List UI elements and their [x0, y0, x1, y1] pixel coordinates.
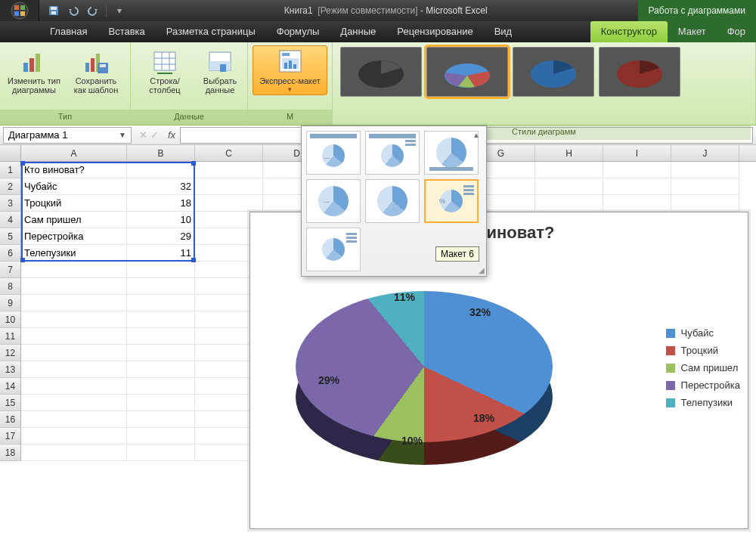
column-header-J[interactable]: J: [671, 145, 739, 161]
tab-Формулы[interactable]: Формулы: [266, 21, 330, 42]
gallery-resize-grip[interactable]: ◢: [479, 266, 485, 274]
switch-row-column-button[interactable]: Строка/столбец: [135, 45, 194, 97]
cell-A2[interactable]: Чубайс: [21, 178, 127, 195]
cell-A16[interactable]: [21, 411, 127, 428]
tab-Вид[interactable]: Вид: [484, 21, 523, 42]
cell-B6[interactable]: 11: [127, 245, 195, 262]
legend-item-4[interactable]: Телепузики: [666, 397, 740, 408]
cell-B8[interactable]: [127, 278, 195, 295]
column-header-B[interactable]: B: [127, 145, 195, 161]
tab-Разметка страницы[interactable]: Разметка страницы: [156, 21, 266, 42]
cell-B3[interactable]: 18: [127, 195, 195, 212]
tab-Фор[interactable]: Фор: [717, 21, 756, 42]
redo-icon[interactable]: [86, 4, 100, 17]
cell-A7[interactable]: [21, 262, 127, 278]
chevron-down-icon[interactable]: ▼: [119, 128, 126, 143]
layout-option-1[interactable]: —: [306, 131, 361, 175]
cell-B7[interactable]: [127, 262, 195, 278]
column-header-I[interactable]: I: [603, 145, 671, 161]
cell-J2[interactable]: [671, 178, 739, 195]
row-header-11[interactable]: 11: [0, 328, 21, 345]
chart-style-3[interactable]: [513, 47, 594, 97]
cell-B16[interactable]: [127, 411, 195, 428]
cell-A18[interactable]: [21, 444, 127, 461]
row-header-16[interactable]: 16: [0, 411, 21, 428]
row-header-15[interactable]: 15: [0, 395, 21, 411]
row-header-1[interactable]: 1: [0, 162, 21, 178]
enter-formula-icon[interactable]: ✓: [150, 129, 159, 141]
cell-J1[interactable]: [671, 162, 739, 178]
cell-A17[interactable]: [21, 428, 127, 444]
layout-option-3[interactable]: [424, 131, 479, 175]
cell-J3[interactable]: [671, 195, 739, 212]
legend-item-2[interactable]: Сам пришел: [666, 362, 740, 373]
tab-Рецензирование[interactable]: Рецензирование: [386, 21, 483, 42]
cell-B4[interactable]: 10: [127, 212, 195, 228]
row-header-4[interactable]: 4: [0, 212, 21, 228]
row-header-10[interactable]: 10: [0, 311, 21, 328]
cell-A9[interactable]: [21, 295, 127, 311]
row-header-12[interactable]: 12: [0, 345, 21, 361]
cell-A8[interactable]: [21, 278, 127, 295]
tab-Конструктор[interactable]: Конструктор: [590, 21, 668, 42]
cell-A11[interactable]: [21, 328, 127, 345]
cell-B18[interactable]: [127, 444, 195, 461]
cell-A3[interactable]: Троцкий: [21, 195, 127, 212]
change-chart-type-button[interactable]: Изменить тип диаграммы: [5, 45, 64, 97]
select-data-button[interactable]: Выбрать данные: [197, 45, 243, 97]
quick-layout-button[interactable]: Экспресс-макет ▾: [253, 45, 327, 95]
column-header-H[interactable]: H: [535, 145, 603, 161]
row-header-2[interactable]: 2: [0, 178, 21, 195]
name-box[interactable]: Диаграмма 1 ▼: [3, 127, 132, 144]
cell-B17[interactable]: [127, 428, 195, 444]
row-header-17[interactable]: 17: [0, 428, 21, 444]
row-header-8[interactable]: 8: [0, 278, 21, 295]
cell-A14[interactable]: [21, 378, 127, 395]
cell-A4[interactable]: Сам пришел: [21, 212, 127, 228]
cell-I2[interactable]: [603, 178, 671, 195]
layout-option-4[interactable]: —: [306, 179, 361, 223]
qat-customize-icon[interactable]: ▾: [113, 4, 126, 17]
gallery-scrollbar[interactable]: ▲▼: [472, 131, 485, 261]
cell-B15[interactable]: [127, 395, 195, 411]
cell-B10[interactable]: [127, 311, 195, 328]
tab-Главная[interactable]: Главная: [39, 21, 98, 42]
legend-item-3[interactable]: Перестройка: [666, 379, 740, 391]
cell-B14[interactable]: [127, 378, 195, 395]
chart-style-1[interactable]: [340, 47, 422, 97]
cell-A10[interactable]: [21, 311, 127, 328]
chart-style-4[interactable]: [599, 47, 680, 97]
layout-option-2[interactable]: [365, 131, 420, 175]
undo-icon[interactable]: [67, 4, 80, 17]
cell-I1[interactable]: [603, 162, 671, 178]
row-header-3[interactable]: 3: [0, 195, 21, 212]
cell-A5[interactable]: Перестройка: [21, 228, 127, 245]
cell-A15[interactable]: [21, 395, 127, 411]
cell-B13[interactable]: [127, 361, 195, 378]
layout-option-5[interactable]: [365, 179, 420, 223]
save-icon[interactable]: [47, 4, 60, 17]
cell-I3[interactable]: [603, 195, 671, 212]
fx-icon[interactable]: fx: [163, 129, 180, 141]
row-header-5[interactable]: 5: [0, 228, 21, 245]
cell-B5[interactable]: 29: [127, 228, 195, 245]
legend-item-1[interactable]: Троцкий: [666, 345, 740, 356]
row-header-18[interactable]: 18: [0, 444, 21, 461]
cell-A12[interactable]: [21, 345, 127, 361]
layout-option-6[interactable]: %: [424, 179, 479, 223]
cell-B12[interactable]: [127, 345, 195, 361]
cell-B2[interactable]: 32: [127, 178, 195, 195]
row-header-9[interactable]: 9: [0, 295, 21, 311]
tab-Вставка[interactable]: Вставка: [98, 21, 155, 42]
cell-H1[interactable]: [535, 162, 603, 178]
select-all-corner[interactable]: [0, 145, 21, 161]
chart-legend[interactable]: ЧубайсТроцкийСам пришелПерестройкаТелепу…: [666, 321, 740, 414]
chart-plot-area[interactable]: 32% 18% 10% 29% 11% ЧубайсТроцкийСам при…: [250, 246, 748, 518]
cell-C2[interactable]: [195, 178, 263, 195]
save-as-template-button[interactable]: Сохранить как шаблон: [67, 45, 125, 97]
cell-C1[interactable]: [195, 162, 263, 178]
layout-option-7[interactable]: [306, 228, 361, 271]
cell-A1[interactable]: Кто виноват?: [21, 162, 127, 178]
tab-Данные[interactable]: Данные: [330, 21, 386, 42]
cell-A6[interactable]: Телепузики: [21, 245, 127, 262]
